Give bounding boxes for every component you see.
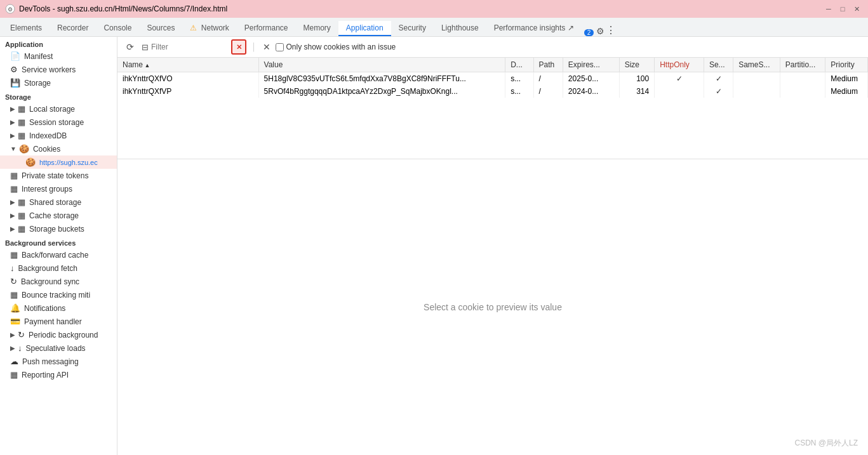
tab-memory[interactable]: Memory [296,21,338,36]
sidebar-item-manifest[interactable]: 📄 Manifest [0,49,117,63]
background-fetch-icon: ↓ [10,263,15,273]
indexeddb-icon: ▦ [18,131,25,140]
sidebar-item-shared-storage[interactable]: ▶ ▦ Shared storage [0,195,117,209]
table-row[interactable]: ihkYnttrQXfVO 5H18glV8C935vUTfcS6t.5mfqd… [117,72,868,86]
col-header-priority[interactable]: Priority [825,58,868,72]
sidebar-item-indexeddb[interactable]: ▶ ▦ IndexedDB [0,129,117,142]
storage-buckets-icon: ▦ [18,224,25,234]
col-header-secure[interactable]: Se... [704,58,733,72]
cell-httponly-2 [655,85,704,98]
cache-storage-icon: ▦ [18,211,25,220]
sidebar-item-reporting-api[interactable]: ▦ Reporting API [0,368,117,381]
tab-application-label: Application [346,23,384,32]
sidebar-item-background-fetch[interactable]: ↓ Background fetch [0,261,117,275]
col-header-value[interactable]: Value [258,58,505,72]
cell-partition-1 [780,72,825,86]
sidebar-item-push-messaging-label: Push messaging [22,357,79,366]
tab-performance-label: Performance [244,23,288,32]
sidebar-item-service-workers[interactable]: ⚙ Service workers [0,63,117,76]
cell-priority-1: Medium [825,72,868,86]
tab-bar: Elements Recorder Console Sources ⚠ Netw… [0,18,868,37]
cell-samesite-2 [733,85,780,98]
cookies-table: Name Value D... Path Expires... Size Htt… [117,58,868,98]
sidebar-item-background-sync[interactable]: ↻ Background sync [0,275,117,288]
sidebar-item-bounce-tracking[interactable]: ▦ Bounce tracking miti [0,288,117,301]
sidebar: Application 📄 Manifest ⚙ Service workers… [0,37,117,455]
sidebar-item-private-state-tokens[interactable]: ▦ Private state tokens [0,169,117,182]
sidebar-item-service-workers-label: Service workers [22,65,76,74]
tab-console[interactable]: Console [96,21,139,36]
warning-icon: ⚠ [190,23,197,32]
clear-x-button[interactable]: ✕ [262,41,272,53]
back-forward-cache-icon: ▦ [10,250,18,260]
col-header-partition[interactable]: Partitio... [780,58,825,72]
minimize-button[interactable]: ─ [822,3,835,15]
cell-partition-2 [780,85,825,98]
storage-buckets-arrow: ▶ [10,225,15,232]
sidebar-item-notifications[interactable]: 🔔 Notifications [0,301,117,315]
col-header-samesite[interactable]: SameS... [733,58,780,72]
tab-elements[interactable]: Elements [3,21,50,36]
sidebar-item-push-messaging[interactable]: ☁ Push messaging [0,355,117,368]
col-header-expires[interactable]: Expires... [563,58,619,72]
window-controls[interactable]: ─ □ ✕ [822,3,863,15]
tab-performance[interactable]: Performance [237,21,296,36]
tab-application[interactable]: Application [338,21,391,36]
maximize-button[interactable]: □ [836,3,849,15]
only-issues-checkbox-container[interactable]: Only show cookies with an issue [276,43,396,51]
col-header-path[interactable]: Path [533,58,563,72]
tab-memory-label: Memory [304,23,331,32]
filter-input[interactable] [151,43,227,51]
table-row[interactable]: ihkYnttrQXfVP 5RvOf4bRggtgqqqDA1ktpcaAYz… [117,85,868,98]
issues-badge[interactable]: 2 [584,29,594,36]
sidebar-item-manifest-label: Manifest [24,52,53,61]
notifications-icon: 🔔 [10,303,20,313]
more-tabs-icon[interactable]: ⋮ [606,24,616,36]
sidebar-item-cookies[interactable]: ▼ 🍪 Cookies [0,142,117,155]
sidebar-item-session-storage[interactable]: ▶ ▦ Session storage [0,115,117,129]
sidebar-item-back-forward-cache[interactable]: ▦ Back/forward cache [0,248,117,261]
sidebar-item-background-sync-label: Background sync [21,277,79,286]
refresh-button[interactable]: ⟳ [123,39,138,55]
sidebar-item-storage-top[interactable]: 💾 Storage [0,76,117,89]
only-issues-label: Only show cookies with an issue [286,43,396,51]
col-header-httponly[interactable]: HttpOnly [655,58,704,72]
tab-recorder[interactable]: Recorder [50,21,96,36]
svg-text:⚙: ⚙ [8,6,13,13]
cell-value-1: 5H18glV8C935vUTfcS6t.5mfqdXxa7V8BgXC8f9N… [258,72,505,86]
application-section-title: Application [0,37,117,49]
sidebar-item-payment-handler[interactable]: 💳 Payment handler [0,315,117,328]
col-header-domain[interactable]: D... [505,58,533,72]
cell-path-2: / [533,85,563,98]
periodic-background-icon: ↻ [18,330,25,340]
indexeddb-arrow: ▶ [10,132,15,139]
cookies-icon: 🍪 [19,144,29,154]
tab-security[interactable]: Security [391,21,434,36]
sidebar-item-periodic-background[interactable]: ▶ ↻ Periodic background [0,328,117,341]
col-header-name[interactable]: Name [117,58,258,72]
col-header-size[interactable]: Size [619,58,655,72]
tab-performance-insights[interactable]: Performance insights ↗ [486,21,582,36]
close-button[interactable]: ✕ [850,3,863,15]
sidebar-item-storage-top-label: Storage [24,79,51,88]
sidebar-item-local-storage[interactable]: ▶ ▦ Local storage [0,102,117,115]
tab-sources[interactable]: Sources [139,21,182,36]
devtools-icon: ⚙ [5,4,15,14]
sidebar-item-speculative-loads[interactable]: ▶ ↓ Speculative loads [0,341,117,355]
tab-lighthouse[interactable]: Lighthouse [434,21,486,36]
speculative-loads-icon: ↓ [18,343,22,353]
sidebar-item-storage-buckets[interactable]: ▶ ▦ Storage buckets [0,222,117,235]
sidebar-item-payment-handler-label: Payment handler [24,317,82,326]
cell-secure-2: ✓ [704,85,733,98]
settings-gear-icon[interactable]: ⚙ [596,26,604,36]
only-issues-checkbox[interactable] [276,43,284,51]
sidebar-item-cookies-url[interactable]: 🍪 https://sugh.szu.ec [0,155,117,169]
sidebar-item-interest-groups[interactable]: ▦ Interest groups [0,182,117,195]
sidebar-item-cache-storage[interactable]: ▶ ▦ Cache storage [0,209,117,222]
sidebar-item-bounce-tracking-label: Bounce tracking miti [22,291,90,300]
clear-filter-button[interactable]: ✕ [231,39,246,55]
tab-network[interactable]: ⚠ Network [182,21,236,36]
storage-top-icon: 💾 [10,78,20,88]
cell-path-1: / [533,72,563,86]
sidebar-item-notifications-label: Notifications [24,304,65,313]
